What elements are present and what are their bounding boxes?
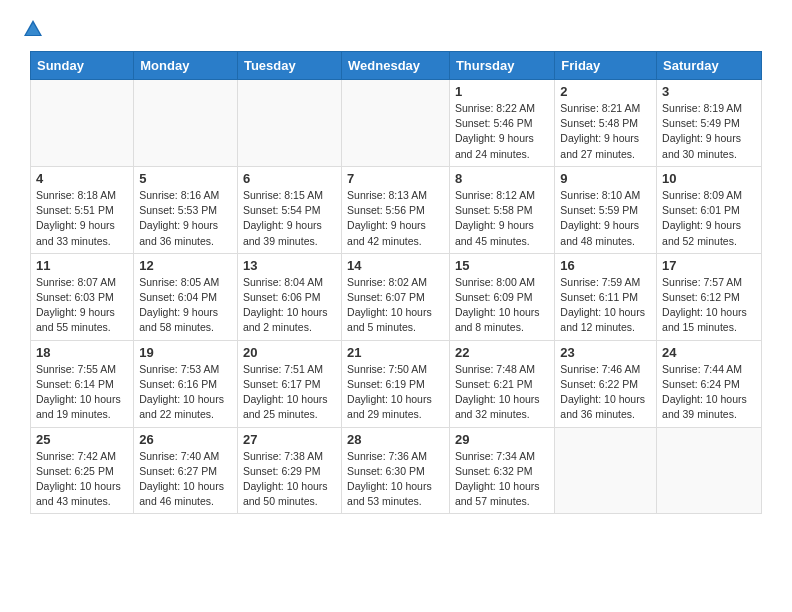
weekday-header-saturday: Saturday (657, 52, 762, 80)
day-number: 14 (347, 258, 444, 273)
logo (20, 18, 44, 45)
week-row-5: 25Sunrise: 7:42 AMSunset: 6:25 PMDayligh… (31, 427, 762, 514)
calendar-cell: 23Sunrise: 7:46 AMSunset: 6:22 PMDayligh… (555, 340, 657, 427)
day-info: Sunrise: 8:00 AMSunset: 6:09 PMDaylight:… (455, 275, 549, 336)
calendar-cell: 14Sunrise: 8:02 AMSunset: 6:07 PMDayligh… (342, 253, 450, 340)
day-info: Sunrise: 7:44 AMSunset: 6:24 PMDaylight:… (662, 362, 756, 423)
day-info: Sunrise: 7:38 AMSunset: 6:29 PMDaylight:… (243, 449, 336, 510)
day-number: 19 (139, 345, 232, 360)
calendar-cell (31, 80, 134, 167)
day-info: Sunrise: 7:55 AMSunset: 6:14 PMDaylight:… (36, 362, 128, 423)
calendar-table: SundayMondayTuesdayWednesdayThursdayFrid… (30, 51, 762, 514)
day-number: 16 (560, 258, 651, 273)
day-info: Sunrise: 8:21 AMSunset: 5:48 PMDaylight:… (560, 101, 651, 162)
calendar-cell: 3Sunrise: 8:19 AMSunset: 5:49 PMDaylight… (657, 80, 762, 167)
header-area (10, 10, 782, 51)
calendar-cell: 2Sunrise: 8:21 AMSunset: 5:48 PMDaylight… (555, 80, 657, 167)
calendar-cell: 26Sunrise: 7:40 AMSunset: 6:27 PMDayligh… (134, 427, 238, 514)
day-info: Sunrise: 8:12 AMSunset: 5:58 PMDaylight:… (455, 188, 549, 249)
day-info: Sunrise: 8:19 AMSunset: 5:49 PMDaylight:… (662, 101, 756, 162)
calendar-cell: 11Sunrise: 8:07 AMSunset: 6:03 PMDayligh… (31, 253, 134, 340)
calendar-cell: 16Sunrise: 7:59 AMSunset: 6:11 PMDayligh… (555, 253, 657, 340)
week-row-4: 18Sunrise: 7:55 AMSunset: 6:14 PMDayligh… (31, 340, 762, 427)
day-info: Sunrise: 7:46 AMSunset: 6:22 PMDaylight:… (560, 362, 651, 423)
day-number: 9 (560, 171, 651, 186)
calendar-cell: 19Sunrise: 7:53 AMSunset: 6:16 PMDayligh… (134, 340, 238, 427)
day-number: 21 (347, 345, 444, 360)
day-number: 8 (455, 171, 549, 186)
day-number: 7 (347, 171, 444, 186)
day-info: Sunrise: 8:09 AMSunset: 6:01 PMDaylight:… (662, 188, 756, 249)
day-info: Sunrise: 7:48 AMSunset: 6:21 PMDaylight:… (455, 362, 549, 423)
weekday-header-friday: Friday (555, 52, 657, 80)
day-info: Sunrise: 8:15 AMSunset: 5:54 PMDaylight:… (243, 188, 336, 249)
calendar-cell: 25Sunrise: 7:42 AMSunset: 6:25 PMDayligh… (31, 427, 134, 514)
day-info: Sunrise: 8:05 AMSunset: 6:04 PMDaylight:… (139, 275, 232, 336)
calendar-cell: 5Sunrise: 8:16 AMSunset: 5:53 PMDaylight… (134, 166, 238, 253)
weekday-header-thursday: Thursday (449, 52, 554, 80)
calendar-cell: 20Sunrise: 7:51 AMSunset: 6:17 PMDayligh… (237, 340, 341, 427)
day-number: 27 (243, 432, 336, 447)
day-number: 1 (455, 84, 549, 99)
calendar-cell: 8Sunrise: 8:12 AMSunset: 5:58 PMDaylight… (449, 166, 554, 253)
calendar-cell: 18Sunrise: 7:55 AMSunset: 6:14 PMDayligh… (31, 340, 134, 427)
day-info: Sunrise: 8:16 AMSunset: 5:53 PMDaylight:… (139, 188, 232, 249)
day-info: Sunrise: 8:04 AMSunset: 6:06 PMDaylight:… (243, 275, 336, 336)
calendar-cell: 27Sunrise: 7:38 AMSunset: 6:29 PMDayligh… (237, 427, 341, 514)
weekday-header-row: SundayMondayTuesdayWednesdayThursdayFrid… (31, 52, 762, 80)
calendar-cell: 10Sunrise: 8:09 AMSunset: 6:01 PMDayligh… (657, 166, 762, 253)
day-number: 2 (560, 84, 651, 99)
calendar-cell: 17Sunrise: 7:57 AMSunset: 6:12 PMDayligh… (657, 253, 762, 340)
day-number: 17 (662, 258, 756, 273)
day-number: 3 (662, 84, 756, 99)
weekday-header-wednesday: Wednesday (342, 52, 450, 80)
calendar-cell: 22Sunrise: 7:48 AMSunset: 6:21 PMDayligh… (449, 340, 554, 427)
calendar-cell: 7Sunrise: 8:13 AMSunset: 5:56 PMDaylight… (342, 166, 450, 253)
day-info: Sunrise: 7:40 AMSunset: 6:27 PMDaylight:… (139, 449, 232, 510)
day-number: 6 (243, 171, 336, 186)
day-info: Sunrise: 8:13 AMSunset: 5:56 PMDaylight:… (347, 188, 444, 249)
day-number: 15 (455, 258, 549, 273)
week-row-1: 1Sunrise: 8:22 AMSunset: 5:46 PMDaylight… (31, 80, 762, 167)
day-number: 18 (36, 345, 128, 360)
calendar-cell: 15Sunrise: 8:00 AMSunset: 6:09 PMDayligh… (449, 253, 554, 340)
day-info: Sunrise: 7:42 AMSunset: 6:25 PMDaylight:… (36, 449, 128, 510)
day-info: Sunrise: 8:07 AMSunset: 6:03 PMDaylight:… (36, 275, 128, 336)
day-info: Sunrise: 8:18 AMSunset: 5:51 PMDaylight:… (36, 188, 128, 249)
day-number: 4 (36, 171, 128, 186)
calendar-cell (657, 427, 762, 514)
logo-icon (22, 18, 44, 40)
week-row-2: 4Sunrise: 8:18 AMSunset: 5:51 PMDaylight… (31, 166, 762, 253)
day-number: 10 (662, 171, 756, 186)
day-info: Sunrise: 7:50 AMSunset: 6:19 PMDaylight:… (347, 362, 444, 423)
day-number: 25 (36, 432, 128, 447)
calendar-cell (134, 80, 238, 167)
day-info: Sunrise: 7:34 AMSunset: 6:32 PMDaylight:… (455, 449, 549, 510)
calendar-cell: 29Sunrise: 7:34 AMSunset: 6:32 PMDayligh… (449, 427, 554, 514)
day-number: 20 (243, 345, 336, 360)
calendar-cell (555, 427, 657, 514)
day-number: 29 (455, 432, 549, 447)
day-info: Sunrise: 7:36 AMSunset: 6:30 PMDaylight:… (347, 449, 444, 510)
day-number: 12 (139, 258, 232, 273)
day-info: Sunrise: 8:02 AMSunset: 6:07 PMDaylight:… (347, 275, 444, 336)
day-info: Sunrise: 7:59 AMSunset: 6:11 PMDaylight:… (560, 275, 651, 336)
calendar-cell (237, 80, 341, 167)
day-number: 23 (560, 345, 651, 360)
day-info: Sunrise: 7:53 AMSunset: 6:16 PMDaylight:… (139, 362, 232, 423)
day-number: 22 (455, 345, 549, 360)
day-number: 26 (139, 432, 232, 447)
day-number: 24 (662, 345, 756, 360)
calendar-cell: 9Sunrise: 8:10 AMSunset: 5:59 PMDaylight… (555, 166, 657, 253)
calendar-cell: 13Sunrise: 8:04 AMSunset: 6:06 PMDayligh… (237, 253, 341, 340)
day-number: 11 (36, 258, 128, 273)
day-info: Sunrise: 7:57 AMSunset: 6:12 PMDaylight:… (662, 275, 756, 336)
calendar-cell: 6Sunrise: 8:15 AMSunset: 5:54 PMDaylight… (237, 166, 341, 253)
calendar-cell: 24Sunrise: 7:44 AMSunset: 6:24 PMDayligh… (657, 340, 762, 427)
day-number: 28 (347, 432, 444, 447)
calendar-cell: 12Sunrise: 8:05 AMSunset: 6:04 PMDayligh… (134, 253, 238, 340)
day-info: Sunrise: 7:51 AMSunset: 6:17 PMDaylight:… (243, 362, 336, 423)
calendar-cell: 28Sunrise: 7:36 AMSunset: 6:30 PMDayligh… (342, 427, 450, 514)
week-row-3: 11Sunrise: 8:07 AMSunset: 6:03 PMDayligh… (31, 253, 762, 340)
weekday-header-tuesday: Tuesday (237, 52, 341, 80)
